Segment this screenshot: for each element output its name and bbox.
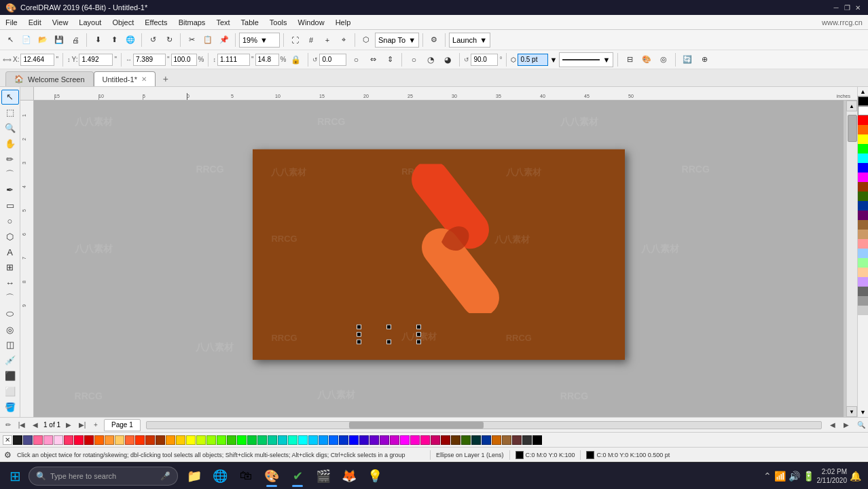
menu-text[interactable]: Text (211, 15, 235, 30)
add-btn[interactable]: ⊕ (697, 52, 712, 68)
color-swatch-black[interactable] (532, 435, 542, 445)
publish-btn[interactable]: 🌐 (123, 32, 138, 48)
snap-btn[interactable]: ⌖ (336, 32, 351, 48)
menu-file[interactable]: File (0, 15, 23, 30)
menu-tools[interactable]: Tools (264, 15, 293, 30)
menu-table[interactable]: Table (236, 15, 264, 30)
palette-mid-gray[interactable] (858, 296, 868, 306)
pan-tool[interactable]: ✋ (1, 136, 19, 151)
color-swatch-32[interactable] (339, 435, 348, 445)
menu-effects[interactable]: Effects (139, 15, 173, 30)
color-swatch-42[interactable] (441, 435, 450, 445)
flip-v-btn[interactable]: ⇕ (382, 52, 397, 68)
taskbar-clock[interactable]: 2:02 PM 2/11/2020 (817, 467, 848, 485)
palette-sand[interactable] (858, 230, 868, 239)
bezier-tool[interactable]: ⌒ (1, 167, 19, 182)
color-swatch-28[interactable] (298, 435, 308, 445)
angle-input[interactable] (319, 54, 346, 66)
color-swatch-9[interactable] (105, 435, 114, 445)
palette-scroll-down[interactable]: ▼ (858, 408, 868, 417)
palette-dark-green[interactable] (858, 192, 868, 201)
taskbar-search-box[interactable]: 🔍 Type here to search 🎤 (29, 467, 178, 486)
full-screen-btn[interactable]: ⛶ (287, 32, 302, 48)
redo-btn[interactable]: ↻ (162, 32, 177, 48)
next-page-btn[interactable]: ▶ (63, 420, 74, 431)
color-swatch-4[interactable] (54, 435, 63, 445)
color-swatch-26[interactable] (278, 435, 287, 445)
add-page-btn[interactable]: + (90, 420, 101, 431)
palette-red[interactable] (858, 115, 868, 125)
close-button[interactable]: ✕ (853, 3, 863, 12)
color-swatch-21[interactable] (227, 435, 236, 445)
color-swatch-11[interactable] (125, 435, 134, 445)
taskbar-fox[interactable]: 🦊 (337, 464, 361, 488)
snap-to-dropdown[interactable]: Snap To ▼ (375, 33, 419, 48)
scroll-up-button[interactable]: ▲ (846, 101, 857, 111)
corel-connect-btn[interactable]: ⬡ (359, 32, 374, 48)
palette-brown[interactable] (858, 182, 868, 192)
taskbar-app-check[interactable]: ✔ (285, 464, 310, 488)
color-swatch-15[interactable] (166, 435, 175, 445)
page-1-tab[interactable]: Page 1 (104, 419, 141, 431)
tray-network-icon[interactable]: 📶 (774, 471, 786, 482)
color-fill-btn[interactable]: 🎨 (639, 52, 654, 68)
cut-btn[interactable]: ✂ (184, 32, 199, 48)
print-btn[interactable]: 🖨 (68, 32, 83, 48)
copy-btn[interactable]: 📋 (200, 32, 215, 48)
menu-object[interactable]: Object (107, 15, 139, 30)
blend-tool[interactable]: ⬭ (1, 306, 19, 321)
menu-view[interactable]: View (47, 15, 74, 30)
logo-graphic[interactable] (387, 164, 516, 313)
taskbar-store[interactable]: 🛍 (234, 464, 258, 488)
arc-btn[interactable]: ◔ (423, 52, 438, 68)
smart-fill-tool[interactable]: ⬜ (1, 384, 19, 399)
text-tool[interactable]: A (1, 244, 19, 259)
options-btn[interactable]: ⚙ (427, 32, 441, 48)
color-swatch-18[interactable] (196, 435, 206, 445)
guidelines-btn[interactable]: + (320, 32, 335, 48)
select-tool[interactable]: ↖ (1, 90, 19, 105)
circle-btn[interactable]: ○ (406, 52, 421, 68)
width-input[interactable] (133, 54, 166, 66)
color-swatch-47[interactable] (492, 435, 501, 445)
save-btn[interactable]: 💾 (52, 32, 67, 48)
vertical-scrollbar[interactable] (846, 111, 857, 406)
stroke-input[interactable] (518, 54, 548, 66)
interactive-fill-tool[interactable]: ⬛ (1, 369, 19, 384)
color-swatch-10[interactable] (115, 435, 124, 445)
refresh-btn[interactable]: 🔄 (680, 52, 695, 68)
tray-up-arrow[interactable]: ⌃ (763, 471, 772, 482)
color-swatch-29[interactable] (308, 435, 318, 445)
color-swatch-14[interactable] (156, 435, 165, 445)
angle2-input[interactable] (471, 54, 498, 66)
palette-orange[interactable] (858, 125, 868, 134)
palette-pink[interactable] (858, 239, 868, 249)
paste-btn[interactable]: 📌 (217, 32, 232, 48)
color-swatch-38[interactable] (400, 435, 410, 445)
color-swatch-7[interactable] (84, 435, 94, 445)
zoom-tool[interactable]: 🔍 (1, 121, 19, 136)
color-swatch-6[interactable] (74, 435, 84, 445)
contour-tool[interactable]: ◎ (1, 322, 19, 337)
palette-light-gray[interactable] (858, 306, 868, 315)
color-swatch-12[interactable] (135, 435, 145, 445)
menu-bitmaps[interactable]: Bitmaps (173, 15, 211, 30)
tray-battery-icon[interactable]: 🔋 (803, 471, 814, 482)
h-scroll-right[interactable]: ▶ (841, 420, 852, 431)
palette-lavender[interactable] (858, 277, 868, 287)
first-page-btn[interactable]: |◀ (16, 420, 27, 431)
outline-btn[interactable]: ◎ (656, 52, 671, 68)
ellipse-tool[interactable]: ○ (1, 214, 19, 229)
document-canvas[interactable]: 八八素材 RRCG 八八素材 RRCG 八八素材 RRCG 八八素材 RRCG (253, 149, 625, 360)
color-swatch-17[interactable] (186, 435, 196, 445)
color-swatch-41[interactable] (431, 435, 440, 445)
height-pct-input[interactable] (255, 54, 279, 66)
palette-purple[interactable] (858, 211, 868, 220)
taskbar-video[interactable]: 🎬 (311, 464, 336, 488)
minimize-button[interactable]: ─ (831, 3, 841, 12)
tab-document[interactable]: Untitled-1* ✕ (94, 71, 156, 86)
color-swatch-31[interactable] (329, 435, 338, 445)
color-swatch-8[interactable] (94, 435, 104, 445)
color-swatch-24[interactable] (257, 435, 267, 445)
notification-icon[interactable]: 🔔 (850, 471, 861, 482)
